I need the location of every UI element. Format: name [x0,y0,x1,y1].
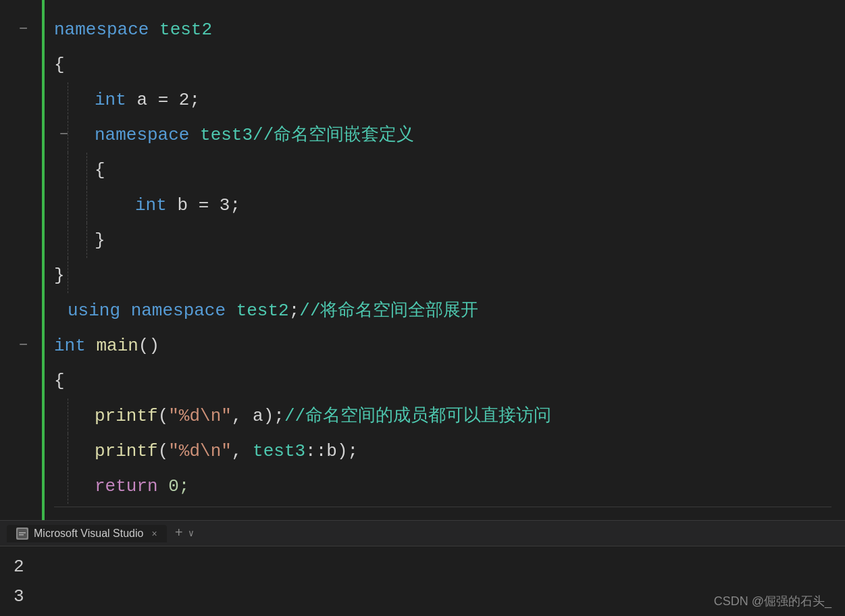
token: using [68,293,131,328]
token: //命名空间的成员都可以直接访问 [284,399,551,434]
token: return [95,469,168,504]
token: ::b); [305,434,358,469]
code-line-13: printf("%d\n", test3::b); [54,434,831,469]
code-line-3: int a = 2; [54,82,831,118]
token: test3 [253,434,305,469]
code-line-5: { [54,153,831,188]
token: namespace [131,293,236,328]
code-line-8: } [54,258,831,293]
token: 0; [168,469,189,504]
code-line-6: int b = 3; [54,188,831,223]
token: ( [158,399,169,434]
code-line-11: { [54,363,831,399]
terminal-icon [16,528,28,540]
svg-rect-2 [19,534,24,536]
token: printf [95,399,158,434]
token: test2 [236,293,289,328]
code-line-2: { [54,47,831,82]
code-line-14: return 0; [54,469,831,504]
token: } [54,258,65,293]
token: } [95,223,105,258]
fold-icon-10[interactable]: − [19,328,28,363]
tab-chevron-button[interactable]: ∨ [188,528,194,539]
token: int [135,188,177,223]
terminal-tab[interactable]: Microsoft Visual Studio × [7,525,167,542]
token: int [95,82,136,118]
token: int [54,328,96,363]
token: printf [95,434,158,469]
code-line-1: − namespace test2 [54,12,831,47]
tab-close-button[interactable]: × [151,528,157,539]
token: , [232,434,253,469]
token: "%d\n" [168,399,232,434]
svg-rect-1 [19,532,26,534]
output-line-1: 2 [14,552,831,582]
token: //将命名空间全部展开 [299,293,478,328]
fold-icon-4[interactable]: − [59,118,68,153]
token: //命名空间嵌套定义 [253,118,414,153]
code-line-9: using namespace test2;//将命名空间全部展开 [54,293,831,328]
token: a = 2; [136,82,200,118]
terminal-tab-bar: Microsoft Visual Studio × + ∨ [0,521,845,546]
output-line-2: 3 [14,582,831,611]
green-bar [42,0,45,520]
tab-plus-button[interactable]: + [175,525,183,541]
token: namespace [54,12,159,47]
fold-icon-1[interactable]: − [19,12,28,47]
code-container: − namespace test2 { int a = 2; − namespa… [0,7,845,553]
token: , a); [232,399,284,434]
token: { [54,363,65,399]
token: test3 [200,118,253,153]
code-line-10: − int main() [54,328,831,363]
token: () [138,328,159,363]
code-line-4: − namespace test3//命名空间嵌套定义 [54,118,831,153]
token: test2 [159,12,212,47]
editor-area: − namespace test2 { int a = 2; − namespa… [0,0,845,520]
terminal-area: Microsoft Visual Studio × + ∨ 2 3 CSDN @… [0,520,845,616]
token: { [95,153,105,188]
token: ; [289,293,300,328]
token: main [96,328,138,363]
code-line-12: printf("%d\n", a);//命名空间的成员都可以直接访问 [54,399,831,434]
token: ( [158,434,169,469]
token: "%d\n" [168,434,232,469]
token: namespace [95,118,200,153]
watermark: CSDN @倔强的石头_ [714,593,831,609]
token: b = 3; [177,188,240,223]
terminal-tab-label: Microsoft Visual Studio [34,528,143,540]
code-line-7: } [54,223,831,258]
svg-rect-0 [18,529,27,538]
token: { [54,47,65,82]
